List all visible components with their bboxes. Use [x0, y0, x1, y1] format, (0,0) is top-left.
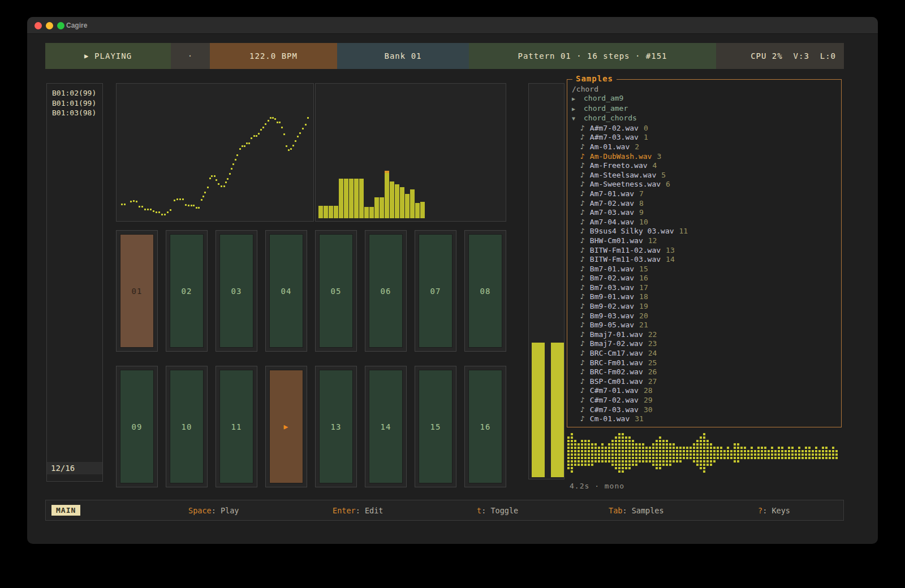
- sample-file-index: 30: [644, 405, 653, 414]
- sample-file-index: 4: [653, 161, 657, 170]
- samples-panel-title: Samples: [572, 74, 617, 83]
- sample-file-name: A#m7-03.wav: [590, 133, 639, 141]
- sample-file-index: 10: [639, 218, 648, 226]
- sample-file-30[interactable]: ♪C#m7-03.wav30: [572, 405, 838, 415]
- pad-10[interactable]: 10: [166, 366, 208, 487]
- folder-chord_amer[interactable]: ▶chord_amer: [572, 104, 838, 114]
- music-note-icon: ♪: [580, 265, 585, 274]
- sample-file-index: 19: [639, 302, 648, 310]
- music-note-icon: ♪: [580, 227, 585, 236]
- pad-08[interactable]: 08: [464, 230, 506, 352]
- music-note-icon: ♪: [580, 292, 585, 302]
- sample-file-13[interactable]: ♪BITW-Fm11-02.wav13: [572, 246, 838, 256]
- sample-file-name: BITW-Fm11-03.wav: [590, 255, 661, 263]
- sample-file-4[interactable]: ♪Am-Freeto.wav4: [572, 161, 838, 171]
- sample-file-14[interactable]: ♪BITW-Fm11-03.wav14: [572, 255, 838, 265]
- music-note-icon: ♪: [580, 368, 585, 377]
- shortcut-key: Enter: [333, 506, 356, 515]
- zoom-window-button[interactable]: [57, 22, 64, 29]
- sample-file-9[interactable]: ♪Am7-03.wav9: [572, 208, 838, 218]
- music-note-icon: ♪: [580, 414, 585, 424]
- sample-file-6[interactable]: ♪Am-Sweetness.wav6: [572, 180, 838, 189]
- sample-file-index: 15: [639, 265, 648, 273]
- sample-file-19[interactable]: ♪Bm9-02.wav19: [572, 302, 838, 312]
- sample-file-name: Bm9-03.wav: [590, 312, 634, 320]
- pad-11[interactable]: 11: [216, 366, 257, 487]
- status-bar: ▶ PLAYING · 122.0 BPM Bank 01 Pattern 01…: [45, 43, 844, 69]
- sample-file-10[interactable]: ♪Am7-04.wav10: [572, 218, 838, 227]
- bpm-display[interactable]: 122.0 BPM: [210, 43, 337, 69]
- sample-file-index: 11: [679, 227, 688, 235]
- pad-16[interactable]: 16: [464, 366, 506, 487]
- sample-file-name: Am-Sweetness.wav: [590, 180, 661, 188]
- sample-file-name: Bm9-01.wav: [590, 292, 634, 301]
- sample-file-26[interactable]: ♪BRC-Fm02.wav26: [572, 368, 838, 377]
- sample-file-name: Am-01.wav: [590, 142, 630, 151]
- sample-file-7[interactable]: ♪Am7-01.wav7: [572, 189, 838, 199]
- sample-file-3[interactable]: ♪Am-DubWash.wav3: [572, 152, 838, 162]
- sample-file-22[interactable]: ♪Bmaj7-01.wav22: [572, 330, 838, 340]
- pad-14[interactable]: 14: [365, 366, 407, 487]
- sample-file-index: 18: [639, 292, 648, 301]
- sample-file-index: 21: [639, 321, 648, 329]
- pad-13[interactable]: 13: [315, 366, 357, 487]
- pad-07[interactable]: 07: [415, 230, 456, 352]
- sample-file-28[interactable]: ♪C#m7-01.wav28: [572, 386, 838, 396]
- sample-tree[interactable]: /chord ▶chord_am9▶chord_amer▼chord_chord…: [567, 80, 841, 427]
- shortcut-tab: Tab: Samples: [609, 506, 664, 515]
- pad-label: 16: [480, 422, 491, 431]
- sample-file-29[interactable]: ♪C#m7-02.wav29: [572, 396, 838, 405]
- pad-04[interactable]: 04: [265, 230, 307, 352]
- pad-01[interactable]: 01: [116, 230, 158, 352]
- bank-display[interactable]: Bank 01: [337, 43, 469, 69]
- music-note-icon: ♪: [580, 246, 585, 256]
- sample-file-24[interactable]: ♪BRC-Cm17.wav24: [572, 349, 838, 358]
- sample-file-20[interactable]: ♪Bm9-03.wav20: [572, 312, 838, 321]
- sample-file-25[interactable]: ♪BRC-Fm01.wav25: [572, 358, 838, 368]
- sample-file-17[interactable]: ♪Bm7-03.wav17: [572, 283, 838, 293]
- sample-file-1[interactable]: ♪A#m7-03.wav1: [572, 133, 838, 142]
- sample-file-31[interactable]: ♪Cm-01.wav31: [572, 414, 838, 424]
- pad-15[interactable]: 15: [415, 366, 456, 487]
- folder-chord_chords[interactable]: ▼chord_chords: [572, 114, 838, 124]
- sample-file-18[interactable]: ♪Bm9-01.wav18: [572, 292, 838, 302]
- pad-05[interactable]: 05: [315, 230, 357, 352]
- transport-status[interactable]: ▶ PLAYING: [45, 43, 171, 69]
- sample-file-name: Am-DubWash.wav: [590, 152, 652, 161]
- pad-row-2: 091011▶13141516: [116, 366, 506, 487]
- shortcut-label: : Play: [212, 506, 239, 515]
- pad-06[interactable]: 06: [365, 230, 407, 352]
- pattern-display[interactable]: Pattern 01 · 16 steps · #151: [469, 43, 716, 69]
- minimize-window-button[interactable]: [46, 22, 53, 29]
- sample-file-12[interactable]: ♪BHW-Cm01.wav12: [572, 236, 838, 246]
- pad-03[interactable]: 03: [216, 230, 257, 352]
- pad-surface: 02: [170, 234, 204, 348]
- pad-label: 10: [182, 422, 192, 431]
- sample-file-16[interactable]: ♪Bm7-02.wav16: [572, 274, 838, 283]
- pad-02[interactable]: 02: [166, 230, 208, 352]
- sample-file-23[interactable]: ♪Bmaj7-02.wav23: [572, 339, 838, 349]
- sample-file-8[interactable]: ♪Am7-02.wav8: [572, 199, 838, 209]
- sample-file-index: 7: [639, 189, 644, 198]
- trigger-log-entry: B01:02(99): [52, 88, 102, 98]
- close-window-button[interactable]: [35, 22, 42, 29]
- sample-file-21[interactable]: ♪Bm9-05.wav21: [572, 321, 838, 330]
- music-note-icon: ♪: [580, 218, 585, 227]
- sample-file-27[interactable]: ♪BSP-Cm01.wav27: [572, 377, 838, 387]
- sample-file-name: Am7-02.wav: [590, 199, 634, 207]
- folder-chord_am9[interactable]: ▶chord_am9: [572, 94, 838, 104]
- sample-file-11[interactable]: ♪B9sus4 Silky 03.wav11: [572, 227, 838, 236]
- pad-surface: 07: [419, 234, 453, 348]
- pad-09[interactable]: 09: [116, 366, 158, 487]
- sample-file-15[interactable]: ♪Bm7-01.wav15: [572, 265, 838, 274]
- sample-file-0[interactable]: ♪A#m7-02.wav0: [572, 124, 838, 133]
- pad-12[interactable]: ▶: [265, 366, 307, 487]
- sample-file-name: Bm9-02.wav: [590, 302, 634, 310]
- pad-surface: 11: [219, 370, 253, 483]
- vu-meter-left: [532, 343, 545, 477]
- music-note-icon: ♪: [580, 189, 585, 199]
- sample-file-2[interactable]: ♪Am-01.wav2: [572, 142, 838, 152]
- sample-file-name: Am7-01.wav: [590, 189, 634, 198]
- music-note-icon: ♪: [580, 133, 585, 142]
- sample-file-5[interactable]: ♪Am-Steelsaw.wav5: [572, 171, 838, 180]
